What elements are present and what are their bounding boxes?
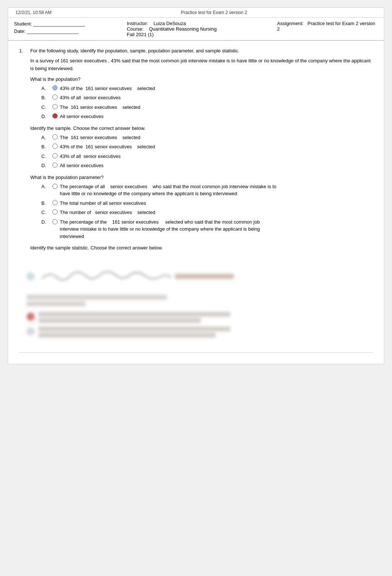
sample-option-a[interactable]: A. The 161 senior executives selected xyxy=(41,134,373,141)
header-right: Assignment: Practice test for Exam 2 ver… xyxy=(271,18,384,41)
page-divider xyxy=(19,352,373,353)
course-name: Quantitative Reasoning Nursing xyxy=(149,26,217,32)
param-radio-a[interactable] xyxy=(52,184,58,189)
radio-d[interactable] xyxy=(52,113,58,118)
top-bar: 12/2/21, 10:58 AM Practice test for Exam… xyxy=(8,8,384,18)
term: Fall 2021 (1) xyxy=(127,32,154,37)
date-row: Date: xyxy=(14,28,115,34)
parameter-options: A. The percentage of all senior executiv… xyxy=(41,183,373,240)
sample-option-d[interactable]: D. All senior executives xyxy=(41,162,373,169)
instructor-name: Luiza DeSouza xyxy=(154,21,186,26)
sample-radio-d[interactable] xyxy=(52,162,58,168)
instructor-label: Instructor: xyxy=(127,21,148,26)
question-1: 1. For the following study, identify the… xyxy=(19,48,373,54)
option-text-d: All senior executives xyxy=(60,113,373,120)
student-field[interactable] xyxy=(33,21,85,27)
sample-question: Identify the sample. Choose the correct … xyxy=(30,125,373,131)
question-intro: For the following study, identify the po… xyxy=(30,48,239,54)
population-option-d[interactable]: D. All senior executives xyxy=(41,113,373,120)
option-letter-c: C. xyxy=(41,104,52,111)
blurred-section xyxy=(19,258,373,345)
student-label: Student: xyxy=(14,21,32,27)
scenario-text: In a survey of 161 senior executives , 4… xyxy=(30,57,373,73)
question-number: 1. xyxy=(19,48,30,54)
radio-b[interactable] xyxy=(52,94,58,100)
sample-option-b[interactable]: B. 43% of the 161 senior executives sele… xyxy=(41,143,373,151)
header-table: Student: Date: Instructor: Luiza DeSouza… xyxy=(8,18,384,41)
population-option-a[interactable]: A. 43% of the 161 senior executives sele… xyxy=(41,85,373,92)
statistic-question: Identify the sample statistic. Choose th… xyxy=(30,245,373,251)
option-text-a: 43% of the 161 senior executives selecte… xyxy=(60,85,373,92)
assignment-label: Assignment: xyxy=(277,21,304,26)
param-option-b[interactable]: B. The total number of all senior execut… xyxy=(41,200,373,207)
population-option-c[interactable]: C. The 161 senior executives selected xyxy=(41,104,373,111)
population-option-b[interactable]: B. 43% of all senior executives xyxy=(41,94,373,101)
sample-options: A. The 161 senior executives selected B.… xyxy=(41,134,373,169)
option-letter-b: B. xyxy=(41,94,52,101)
date-field[interactable] xyxy=(27,28,79,34)
date-label: Date: xyxy=(14,28,25,34)
student-row: Student: xyxy=(14,21,115,27)
param-option-c[interactable]: C. The number of senior executives selec… xyxy=(41,209,373,216)
option-letter-a: A. xyxy=(41,85,52,92)
sample-radio-b[interactable] xyxy=(52,144,58,149)
option-text-c: The 161 senior executives selected xyxy=(60,104,373,111)
signature-svg xyxy=(38,267,171,286)
content: 1. For the following study, identify the… xyxy=(8,41,384,364)
param-option-a[interactable]: A. The percentage of all senior executiv… xyxy=(41,183,373,197)
course-row: Course: Quantitative Reasoning Nursing xyxy=(127,26,265,32)
option-text-b: 43% of all senior executives xyxy=(60,94,373,101)
page: 12/2/21, 10:58 AM Practice test for Exam… xyxy=(8,7,384,364)
term-row: Fall 2021 (1) xyxy=(127,32,265,37)
option-letter-d: D. xyxy=(41,113,52,120)
radio-a[interactable] xyxy=(52,85,58,90)
radio-c[interactable] xyxy=(52,104,58,109)
param-radio-d[interactable] xyxy=(52,219,58,224)
sample-radio-a[interactable] xyxy=(52,134,58,139)
param-radio-b[interactable] xyxy=(52,200,58,205)
assignment-row: Assignment: Practice test for Exam 2 ver… xyxy=(277,21,378,32)
header-middle: Instructor: Luiza DeSouza Course: Quanti… xyxy=(121,18,271,41)
scenario: In a survey of 161 senior executives , 4… xyxy=(30,58,371,71)
parameter-question: What is the population parameter? xyxy=(30,175,373,180)
timestamp: 12/2/21, 10:58 AM xyxy=(16,10,51,15)
course-label: Course: xyxy=(127,26,144,32)
sample-radio-c[interactable] xyxy=(52,153,58,158)
sample-option-c[interactable]: C. 43% of all senior executives xyxy=(41,153,373,160)
center-title: Practice test for Exam 2 version 2 xyxy=(181,10,247,15)
population-options: A. 43% of the 161 senior executives sele… xyxy=(41,85,373,120)
header-left: Student: Date: xyxy=(8,18,121,41)
param-option-d[interactable]: D. The percentage of the 161 senior exec… xyxy=(41,218,373,240)
instructor-row: Instructor: Luiza DeSouza xyxy=(127,21,265,26)
param-radio-c[interactable] xyxy=(52,209,58,214)
population-question: What is the population? xyxy=(30,76,373,82)
